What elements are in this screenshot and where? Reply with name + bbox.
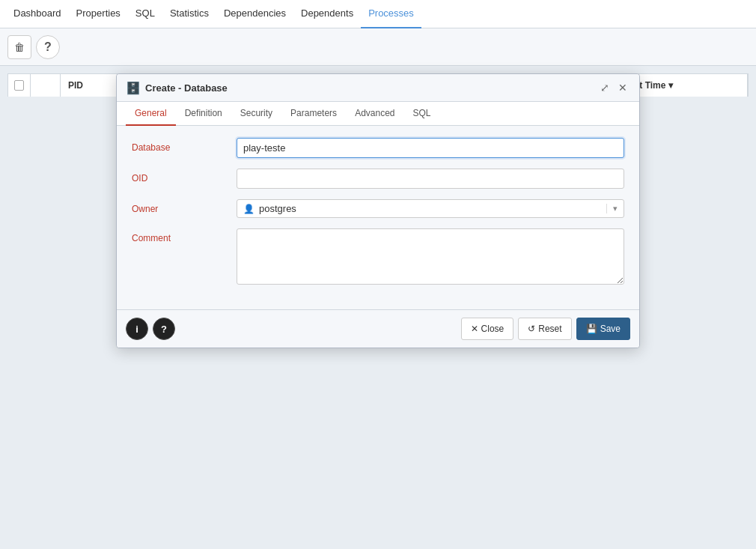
close-label: Close — [481, 324, 504, 334]
save-icon: 💾 — [586, 324, 597, 334]
info-button[interactable]: i — [126, 318, 148, 340]
create-database-modal: 🗄️ Create - Database ⤢ ✕ General Definit… — [116, 73, 640, 348]
nav-properties[interactable]: Properties — [69, 0, 128, 28]
modal-header-buttons: ⤢ ✕ — [597, 80, 630, 95]
footer-left-buttons: i ? — [126, 318, 175, 340]
tab-definition[interactable]: Definition — [176, 102, 231, 126]
comment-textarea[interactable] — [237, 228, 624, 285]
modal-header: 🗄️ Create - Database ⤢ ✕ — [117, 74, 639, 102]
tab-security[interactable]: Security — [231, 102, 281, 126]
comment-field-row: Comment — [132, 228, 624, 287]
database-control — [237, 138, 624, 158]
footer-right-buttons: ✕ Close ↺ Reset 💾 Save — [461, 318, 630, 340]
chevron-down-icon[interactable]: ▾ — [606, 204, 618, 213]
save-label: Save — [600, 324, 621, 334]
toolbar: 🗑 ? — [0, 28, 756, 66]
save-button[interactable]: 💾 Save — [576, 318, 630, 340]
oid-field-row: OID — [132, 169, 624, 189]
owner-select[interactable]: 👤 postgres ▾ — [237, 199, 624, 218]
tab-parameters[interactable]: Parameters — [281, 102, 346, 126]
help-button[interactable]: ? — [36, 35, 60, 59]
oid-label: OID — [132, 169, 237, 183]
tab-advanced[interactable]: Advanced — [346, 102, 403, 126]
close-x-button[interactable]: ✕ — [615, 80, 630, 95]
user-icon: 👤 — [243, 204, 254, 214]
comment-label: Comment — [132, 228, 237, 243]
help-modal-button[interactable]: ? — [153, 318, 175, 340]
nav-dependencies[interactable]: Dependencies — [216, 0, 293, 28]
nav-dependents[interactable]: Dependents — [293, 0, 361, 28]
modal-footer: i ? ✕ Close ↺ Reset 💾 Save — [117, 309, 639, 348]
owner-label: Owner — [132, 199, 237, 214]
database-label: Database — [132, 138, 237, 153]
reset-label: Reset — [538, 324, 561, 334]
database-input[interactable] — [237, 138, 624, 158]
modal-body: Database OID Owner — [117, 126, 639, 309]
maximize-button[interactable]: ⤢ — [597, 80, 612, 95]
comment-control — [237, 228, 624, 287]
reset-button[interactable]: ↺ Reset — [518, 318, 571, 340]
owner-value: postgres — [259, 203, 606, 214]
oid-control — [237, 169, 624, 189]
nav-dashboard[interactable]: Dashboard — [6, 0, 69, 28]
modal-title: 🗄️ Create - Database — [126, 81, 228, 95]
nav-statistics[interactable]: Statistics — [162, 0, 216, 28]
oid-input[interactable] — [237, 169, 624, 189]
database-icon: 🗄️ — [126, 81, 141, 95]
tab-sql[interactable]: SQL — [404, 102, 440, 126]
modal-title-text: Create - Database — [145, 82, 228, 94]
close-button[interactable]: ✕ Close — [461, 318, 514, 340]
owner-field-row: Owner 👤 postgres ▾ — [132, 199, 624, 218]
modal-tabs: General Definition Security Parameters A… — [117, 102, 639, 126]
database-field-row: Database — [132, 138, 624, 158]
main-content: PID Type Server Object Start Time ▾ 🗄️ C… — [0, 66, 756, 549]
owner-control: 👤 postgres ▾ — [237, 199, 624, 218]
tab-general[interactable]: General — [126, 102, 176, 126]
nav-sql[interactable]: SQL — [128, 0, 162, 28]
modal-overlay: 🗄️ Create - Database ⤢ ✕ General Definit… — [0, 66, 756, 549]
reset-icon: ↺ — [528, 324, 535, 334]
nav-processes[interactable]: Processes — [361, 0, 421, 28]
delete-button[interactable]: 🗑 — [7, 35, 31, 59]
top-nav: Dashboard Properties SQL Statistics Depe… — [0, 0, 756, 28]
close-x-icon: ✕ — [471, 324, 478, 334]
